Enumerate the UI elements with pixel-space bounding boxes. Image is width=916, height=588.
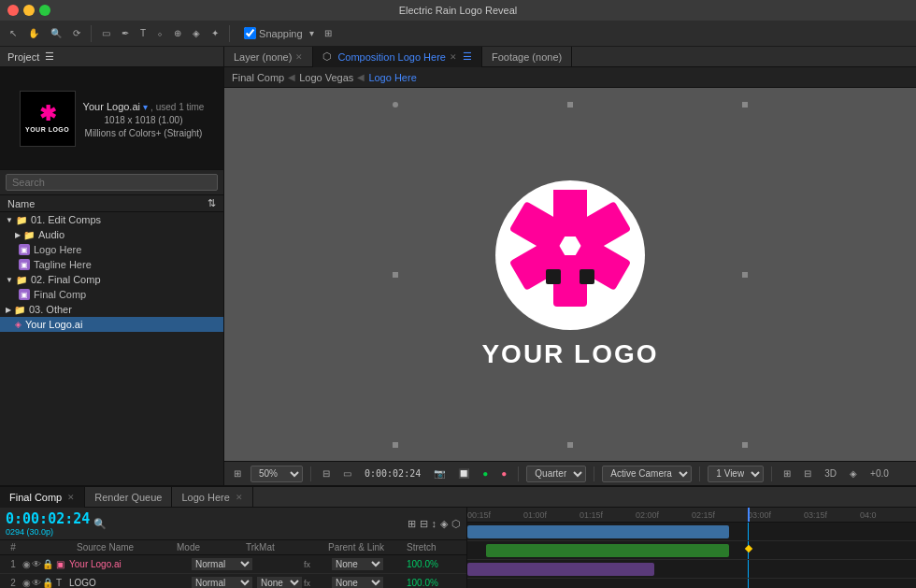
layer2-fx[interactable]: fx [304,579,310,588]
layer2-solo[interactable]: ◉ [22,578,31,588]
maximize-button[interactable] [39,5,50,16]
color-mode-btn[interactable]: ● [497,467,510,480]
layer1-fx[interactable]: fx [304,560,310,569]
draft-btn[interactable]: ◈ [846,467,861,480]
camera-select[interactable]: Active Camera [602,466,692,482]
tl-btn-2[interactable]: ⊟ [420,518,428,530]
toolbar-eraser[interactable]: ◈ [189,26,204,40]
tl-layer-header: # Source Name Mode TrkMat Parent & Link … [0,540,466,555]
tl-tab-render-queue[interactable]: Render Queue [85,487,172,508]
toolbar-brush[interactable]: ⬦ [153,26,166,40]
tl-search-btn[interactable]: 🔍 [93,518,107,530]
tab-comp-close[interactable]: ✕ [450,52,457,62]
toolbar: ↖ ✋ 🔍 ⟳ ▭ ✒ T ⬦ ⊕ ◈ ✦ Snapping ▾ ⊞ [0,21,916,47]
comp-settings-btn[interactable]: ⊟ [319,467,334,480]
preview-info: Your Logo.ai ▾ , used 1 time 1018 x 1018… [83,100,205,140]
breadcrumb-logo-vegas[interactable]: Logo Vegas [299,72,353,83]
color-preview-btn[interactable]: ● [479,467,492,480]
folder-audio[interactable]: ▶ 📁 Audio [0,227,223,242]
tl-tab-comp-close[interactable]: ✕ [67,493,75,502]
handle-mr[interactable] [742,272,748,278]
layer1-parent-select[interactable]: None [332,558,383,570]
handle-bl[interactable] [393,442,398,448]
handle-tr[interactable] [742,102,748,108]
tl-btn-1[interactable]: ⊞ [408,518,416,530]
zoom-fit-btn[interactable]: ⊞ [230,467,245,480]
layer2-trk-select[interactable]: None [257,577,302,588]
layer2-lock[interactable]: 🔒 [42,578,53,588]
breadcrumb-final-comp[interactable]: Final Comp [232,72,284,83]
minimize-button[interactable] [23,5,35,16]
tl-track-1[interactable] [467,523,916,541]
snapping-checkbox[interactable] [244,27,256,39]
tl-track-2[interactable] [467,541,916,560]
tl-btn-4[interactable]: ◈ [440,518,448,530]
guide-btn[interactable]: ⊟ [800,467,815,480]
region-btn[interactable]: ▭ [339,467,355,480]
layer1-mode-select[interactable]: Normal [192,558,252,570]
timeline-panel: Final Comp ✕ Render Queue Logo Here ✕ 0:… [0,485,916,588]
tl-timecode[interactable]: 0:00:02:24 [6,510,90,527]
snapshot-btn[interactable]: 📷 [430,467,449,480]
folder-edit-comps[interactable]: ▼ 📁 01. Edit Comps [0,212,223,227]
folder-label: 01. Edit Comps [31,214,101,225]
close-button[interactable] [7,5,19,16]
handle-bc[interactable] [567,442,573,448]
show-snapshot-btn[interactable]: 🔲 [454,467,473,480]
layer2-vis[interactable]: 👁 [32,578,41,588]
tab-footage[interactable]: Footage (none) [482,47,572,67]
item-final-comp[interactable]: ▣ Final Comp [0,287,223,302]
item-logo-here[interactable]: ▣ Logo Here [0,242,223,257]
audio-triangle: ▶ [15,231,21,239]
3d-btn[interactable]: 3D [821,467,840,480]
toolbar-puppet[interactable]: ✦ [208,26,222,40]
layer2-mode-select[interactable]: Normal [192,577,252,588]
tl-btn-5[interactable]: ⬡ [451,518,461,530]
breadcrumb-logo-here[interactable]: Logo Here [368,72,416,83]
timeline-left: 0:00:02:24 0294 (30.0p) 🔍 ⊞ ⊟ ↕ ◈ ⬡ # So… [0,508,467,588]
tab-layer[interactable]: Layer (none) ✕ [224,47,313,67]
layer1-lock[interactable]: 🔒 [42,559,53,569]
track2-bar [486,544,729,557]
item-tagline-here[interactable]: ▣ Tagline Here [0,257,223,272]
quality-select[interactable]: Quarter Half Full [526,466,586,482]
toolbar-rotate[interactable]: ⟳ [69,26,84,40]
tab-composition[interactable]: ⬡ Composition Logo Here ✕ ☰ [313,47,482,67]
toolbar-hand[interactable]: ✋ [24,26,43,40]
search-input[interactable] [6,174,218,191]
toolbar-clone[interactable]: ⊕ [170,26,185,40]
project-menu-icon[interactable]: ☰ [45,50,54,63]
handle-ml[interactable] [393,272,398,278]
tl-ruler[interactable]: 00:15f 01:00f 01:15f 02:00f 02:15f 03:00… [467,508,916,523]
snapping-options[interactable]: ▾ [306,26,318,40]
layer1-solo[interactable]: ◉ [22,559,31,569]
layer1-vis[interactable]: 👁 [32,559,41,569]
tl-tab-logo-close[interactable]: ✕ [236,493,243,502]
handle-tc[interactable] [567,102,573,108]
comp-viewer[interactable]: YOUR LOGO [224,88,916,461]
toolbar-select[interactable]: ↖ [6,26,21,40]
zoom-select[interactable]: 50% 100% 25% [250,466,303,482]
handle-tl[interactable] [393,102,398,108]
window-controls[interactable] [7,5,50,16]
handle-br[interactable] [742,442,748,448]
tab-layer-close[interactable]: ✕ [295,52,303,62]
toolbar-pen[interactable]: ✒ [118,26,133,40]
folder-other[interactable]: ▶ 📁 03. Other [0,302,223,317]
toolbar-zoom[interactable]: 🔍 [47,26,65,40]
toolbar-rect[interactable]: ▭ [98,26,114,40]
item-label-logo-here: Logo Here [34,244,81,255]
view-select[interactable]: 1 View [708,466,764,482]
tl-tab-logo-here[interactable]: Logo Here ✕ [172,487,252,508]
grid-btn[interactable]: ⊞ [780,467,794,480]
tl-track-3[interactable] [467,560,916,579]
folder-final-comp[interactable]: ▼ 📁 02. Final Comp [0,272,223,287]
item-your-logo-ai[interactable]: ◈ Your Logo.ai [0,317,223,332]
tl-tab-final-comp[interactable]: Final Comp ✕ [0,487,85,508]
toolbar-text[interactable]: T [136,26,150,40]
snapping-extra[interactable]: ⊞ [321,26,336,40]
preview-name: Your Logo.ai ▾ , used 1 time [83,100,205,114]
layer2-parent-select[interactable]: None [332,577,383,588]
tl-btn-3[interactable]: ↕ [432,518,437,529]
audio-folder-icon: 📁 [23,230,35,240]
